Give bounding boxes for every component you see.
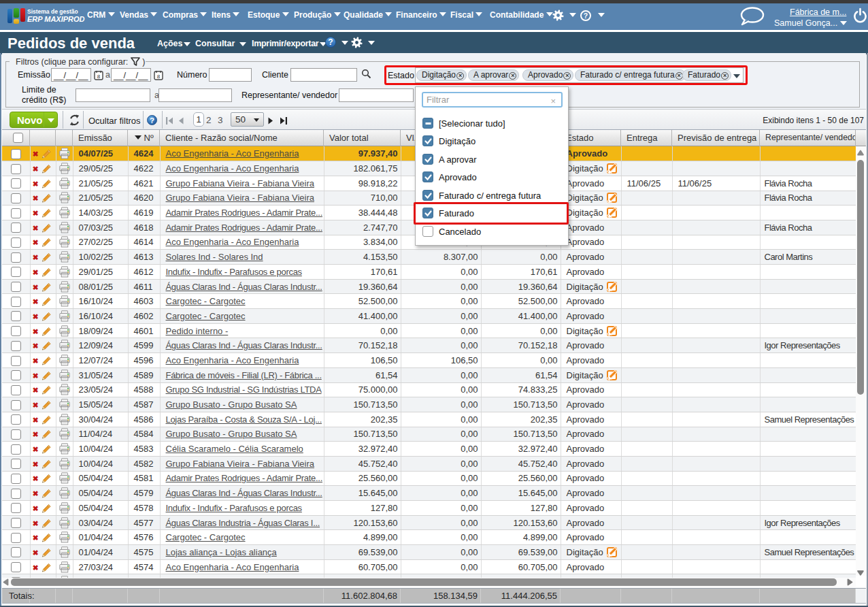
svg-text:8: 8 (157, 73, 161, 80)
svg-text:8: 8 (97, 73, 101, 80)
